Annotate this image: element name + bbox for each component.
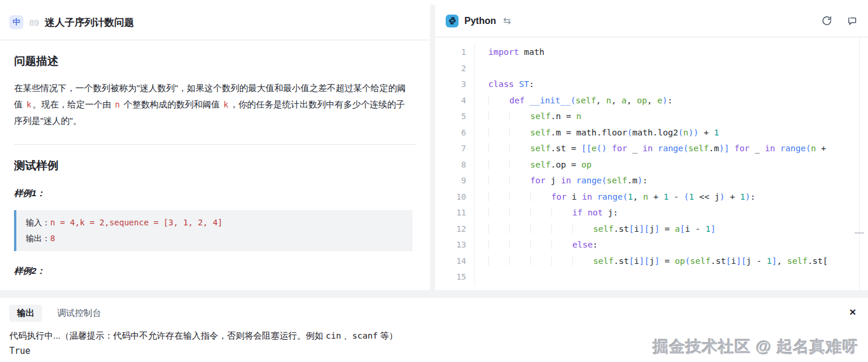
indent-guide <box>509 224 530 234</box>
scrollbar-track <box>859 38 860 290</box>
python-icon <box>446 15 459 27</box>
difficulty-badge: 中 <box>9 15 23 29</box>
line-number: 11 <box>435 205 466 221</box>
example2-label: 样例2： <box>14 266 416 277</box>
close-icon[interactable]: ✕ <box>849 308 856 316</box>
top-strip <box>0 0 868 5</box>
code-line: 8 self.op = op <box>435 157 868 173</box>
line-number: 4 <box>435 93 466 109</box>
description-text: k <box>25 100 32 109</box>
code-line-content: self.m = math.floor(math.log2(n)) + 1 <box>474 125 868 141</box>
indent-guide <box>488 144 509 153</box>
description-text: 个整数构成的数列和阈值 <box>121 99 222 109</box>
indent-guide <box>509 256 530 266</box>
code-editor[interactable]: 1import math23class ST:4 def __init__(se… <box>435 38 868 290</box>
indent-guide <box>488 112 509 121</box>
line-number: 5 <box>435 109 466 125</box>
editor-header: Python ⇆ <box>435 5 868 37</box>
format-code-icon[interactable] <box>846 15 857 26</box>
language-swap-icon[interactable]: ⇆ <box>503 15 511 26</box>
indent-guide <box>488 240 509 249</box>
code-line-content: def __init__(self, n, a, op, e): <box>474 93 868 109</box>
indent-guide <box>551 208 572 217</box>
indent-guide <box>488 176 509 185</box>
indent-guide <box>530 240 551 249</box>
scrollbar-marker[interactable] <box>855 232 864 234</box>
tab-output[interactable]: 输出 <box>9 305 42 322</box>
line-number: 15 <box>435 269 466 286</box>
input-value: n = 4,k = 2,sequence = [3, 1, 2, 4] <box>50 218 223 227</box>
problem-title: 迷人子序列计数问题 <box>45 16 134 29</box>
indent-guide <box>530 256 551 266</box>
indent-guide <box>488 224 509 234</box>
indent-guide <box>551 240 572 249</box>
indent-guide <box>572 224 593 234</box>
code-line: 3class ST: <box>435 76 868 93</box>
indent-guide <box>530 224 551 234</box>
code-line-content: for i in range(1, n + 1 - (1 << j) + 1): <box>474 189 868 206</box>
code-line-content: if not j: <box>474 205 868 221</box>
description-text: k <box>223 100 230 109</box>
console-result: True <box>9 346 859 356</box>
code-lines: 1import math23class ST:4 def __init__(se… <box>435 44 868 286</box>
indent-guide <box>530 192 551 201</box>
console-message: 代码执行中...（温馨提示：代码中不允许存在输入指令，否则将会阻塞运行。例如 c… <box>9 330 859 342</box>
indent-guide <box>551 256 572 266</box>
code-line: 12 self.st[i][j] = a[i - 1] <box>435 221 868 238</box>
input-label: 输入： <box>26 218 50 227</box>
problem-number: 89 <box>29 18 39 27</box>
code-line-content: class ST: <box>474 76 868 93</box>
problem-panel: 中 89 迷人子序列计数问题 问题描述 在某些情况下，一个数列被称为"迷人数列"… <box>0 5 430 290</box>
console-message-text: scanf <box>352 331 378 340</box>
line-number: 7 <box>435 141 466 157</box>
code-line: 10 for i in range(1, n + 1 - (1 << j) + … <box>435 189 868 206</box>
code-line-content: self.st[i][j] = a[i - 1] <box>474 221 868 238</box>
line-number: 8 <box>435 157 466 173</box>
line-number: 1 <box>435 44 466 61</box>
problem-header: 中 89 迷人子序列计数问题 <box>0 5 430 40</box>
description-text: n <box>114 100 121 109</box>
code-line: 7 self.st = [[e() for _ in range(self.m)… <box>435 141 868 157</box>
indent-guide <box>530 208 551 217</box>
description-paragraph: 在某些情况下，一个数列被称为"迷人数列"，如果这个数列的最大值和最小值之差不超过… <box>14 80 412 129</box>
indent-guide <box>488 256 509 266</box>
example1-label: 样例1： <box>14 188 416 199</box>
console-panel: 输出 调试控制台 ✕ 代码执行中...（温馨提示：代码中不允许存在输入指令，否则… <box>0 298 868 362</box>
code-line: 9 for j in range(self.m): <box>435 173 868 189</box>
tab-debug-console[interactable]: 调试控制台 <box>57 305 101 322</box>
code-line: 6 self.m = math.floor(math.log2(n)) + 1 <box>435 125 868 141</box>
code-line: 13 else: <box>435 237 868 253</box>
line-number: 3 <box>435 76 466 93</box>
indent-guide <box>488 160 509 169</box>
indent-guide <box>509 144 530 153</box>
example1-block: 输入：n = 4,k = 2,sequence = [3, 1, 2, 4] 输… <box>14 210 412 251</box>
line-number: 12 <box>435 221 466 238</box>
code-line-content: else: <box>474 237 868 253</box>
code-line: 1import math <box>435 44 868 61</box>
indent-guide <box>509 208 530 217</box>
code-line: 4 def __init__(self, n, a, op, e): <box>435 93 868 109</box>
code-line-content: self.st[i][j] = op(self.st[i][j - 1], se… <box>474 253 868 270</box>
indent-guide <box>488 128 509 137</box>
console-message-text: 代码执行中...（温馨提示：代码中不允许存在输入指令，否则将会阻塞运行。例如 <box>9 330 326 340</box>
indent-guide <box>572 256 593 266</box>
code-line-content: import math <box>474 44 868 61</box>
code-line: 5 self.n = n <box>435 109 868 125</box>
reset-code-icon[interactable] <box>821 15 832 26</box>
code-line: 11 if not j: <box>435 205 868 221</box>
indent-guide <box>509 176 530 185</box>
description-heading: 问题描述 <box>14 54 416 69</box>
indent-guide <box>488 192 509 201</box>
indent-guide <box>509 112 530 121</box>
output-value: 8 <box>50 234 55 243</box>
editor-actions <box>821 15 857 26</box>
console-message-text: 、 <box>341 330 352 340</box>
code-line-content: self.n = n <box>474 109 868 125</box>
code-line-content <box>474 61 868 77</box>
code-line-content: self.st = [[e() for _ in range(self.m)] … <box>474 141 868 157</box>
editor-panel: Python ⇆ 1import math23class ST:4 def __… <box>435 5 868 290</box>
example-input-line: 输入：n = 4,k = 2,sequence = [3, 1, 2, 4] <box>26 215 403 231</box>
line-number: 6 <box>435 125 466 141</box>
line-number: 2 <box>435 61 466 77</box>
indent-guide <box>488 208 509 217</box>
